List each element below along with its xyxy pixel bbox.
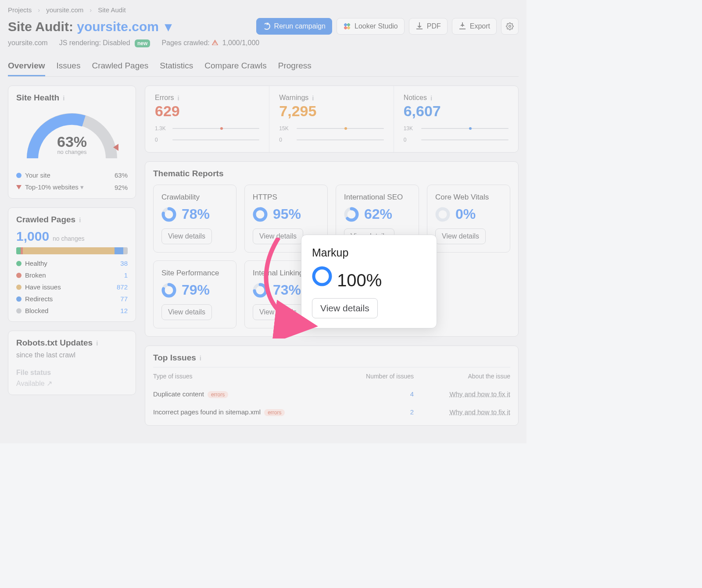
- popout-value: 100%: [337, 271, 382, 290]
- view-details-button[interactable]: View details: [312, 298, 378, 318]
- issue-count[interactable]: 2: [326, 408, 414, 416]
- svg-point-9: [437, 209, 448, 220]
- table-row[interactable]: Incorrect pages found in sitemap.xmlerro…: [153, 403, 510, 421]
- notices-value: 6,607: [404, 103, 509, 120]
- sparkline: [421, 128, 509, 129]
- list-item[interactable]: Blocked12: [16, 307, 128, 314]
- progress-ring-icon: [161, 207, 176, 222]
- tab-compare-crawls[interactable]: Compare Crawls: [204, 57, 266, 76]
- popout-title: Markup: [312, 246, 426, 259]
- list-item[interactable]: Broken1: [16, 271, 128, 279]
- top10-expand[interactable]: Top-10% websites▾ 92%: [16, 183, 128, 191]
- svg-rect-2: [215, 44, 215, 44]
- why-link[interactable]: Why and how to fix it: [414, 390, 510, 398]
- view-details-button[interactable]: View details: [253, 304, 303, 320]
- card-title: Site Health: [16, 93, 59, 103]
- thematic-card-title: Site Performance: [161, 269, 228, 278]
- js-rendering-status: JS rendering: Disabled new: [59, 39, 150, 47]
- stats-card: Errorsi 629 1.3K 0 Warningsi 7,295 15K 0: [145, 86, 519, 153]
- benchmark-marker-icon: [113, 144, 118, 151]
- top-issues-card: Top Issuesi Type of issues Number of iss…: [145, 346, 519, 426]
- issue-count[interactable]: 4: [326, 390, 414, 398]
- thematic-card-title: International SEO: [344, 193, 411, 202]
- legend-dot-icon: [16, 273, 21, 278]
- domain-label: yoursite.com: [8, 39, 48, 47]
- info-icon[interactable]: i: [312, 94, 314, 102]
- download-icon: [415, 22, 423, 30]
- info-icon[interactable]: i: [200, 354, 201, 362]
- chevron-down-icon: ▾: [165, 19, 172, 34]
- robots-card: Robots.txt Updates i since the last craw…: [8, 331, 136, 395]
- warnings-value: 7,295: [279, 103, 383, 120]
- progress-ring-icon: [435, 207, 450, 222]
- breadcrumb-item[interactable]: Site Audit: [98, 6, 125, 14]
- table-row[interactable]: Duplicate contenterrors4Why and how to f…: [153, 385, 510, 403]
- view-details-button[interactable]: View details: [161, 304, 212, 320]
- breadcrumb-item[interactable]: yoursite.com: [46, 6, 83, 14]
- crawled-pages-card: Crawled Pages i 1,000 no changes Healthy…: [8, 207, 136, 322]
- card-title: Thematic Reports: [153, 169, 223, 178]
- settings-button[interactable]: [501, 18, 519, 35]
- markup-popout-card: Markup 100% View details: [301, 235, 437, 328]
- svg-rect-1: [215, 42, 215, 43]
- no-changes-label: no changes: [24, 149, 120, 155]
- legend-dot-icon: [16, 173, 21, 178]
- info-icon[interactable]: i: [63, 94, 64, 102]
- sparkline: [172, 128, 259, 129]
- rerun-campaign-button[interactable]: Rerun campaign: [256, 18, 332, 35]
- breadcrumb: Projects › yoursite.com › Site Audit: [8, 6, 519, 14]
- domain-switcher[interactable]: yoursite.com ▾: [77, 19, 172, 34]
- progress-ring-icon: [344, 207, 359, 222]
- tab-statistics[interactable]: Statistics: [160, 57, 193, 76]
- progress-ring-icon: [312, 271, 332, 290]
- site-health-value: 63%: [24, 133, 120, 150]
- svg-point-0: [509, 25, 511, 28]
- view-details-button[interactable]: View details: [161, 228, 212, 244]
- info-icon[interactable]: i: [430, 94, 432, 102]
- view-details-button[interactable]: View details: [435, 228, 486, 244]
- list-item[interactable]: Healthy38: [16, 260, 128, 267]
- thematic-card-value: 73%: [273, 282, 301, 298]
- breadcrumb-item[interactable]: Projects: [8, 6, 32, 14]
- looker-studio-button[interactable]: Looker Studio: [337, 18, 405, 35]
- progress-ring-icon: [253, 207, 268, 222]
- tab-issues[interactable]: Issues: [57, 57, 81, 76]
- card-title: Crawled Pages: [16, 215, 75, 225]
- export-button[interactable]: Export: [452, 18, 497, 35]
- card-title: Top Issues: [153, 353, 196, 363]
- new-badge: new: [135, 39, 150, 47]
- tabs: Overview Issues Crawled Pages Statistics…: [8, 57, 519, 77]
- info-icon[interactable]: i: [79, 216, 81, 224]
- external-link-icon: ↗: [47, 380, 52, 387]
- thematic-card-value: 79%: [182, 282, 210, 298]
- tab-overview[interactable]: Overview: [8, 57, 45, 76]
- file-status-value[interactable]: Available ↗: [16, 379, 128, 388]
- looker-studio-icon: [343, 22, 351, 30]
- thematic-card-value: 62%: [364, 206, 392, 222]
- legend-dot-icon: [16, 261, 21, 266]
- list-item[interactable]: Redirects77: [16, 295, 128, 303]
- pages-crawled: Pages crawled: 1,000/1,000: [161, 39, 259, 47]
- progress-ring-icon: [161, 283, 176, 298]
- thematic-card-value: 95%: [273, 206, 301, 222]
- svg-point-6: [254, 209, 266, 220]
- progress-ring-icon: [253, 283, 268, 298]
- sparkline: [297, 128, 383, 129]
- chevron-right-icon: ›: [90, 6, 92, 14]
- view-details-button[interactable]: View details: [253, 228, 303, 244]
- thematic-card-value: 78%: [182, 206, 210, 222]
- legend-dot-icon: [16, 308, 21, 314]
- tab-progress[interactable]: Progress: [278, 57, 312, 76]
- error-tag: errors: [264, 409, 285, 416]
- pdf-button[interactable]: PDF: [409, 18, 448, 35]
- upload-icon: [458, 22, 466, 30]
- tab-crawled-pages[interactable]: Crawled Pages: [92, 57, 148, 76]
- info-icon[interactable]: i: [178, 94, 179, 102]
- legend-dot-icon: [16, 296, 21, 302]
- chevron-right-icon: ›: [38, 6, 40, 14]
- site-health-gauge: 63% no changes: [24, 108, 120, 167]
- info-icon[interactable]: i: [96, 339, 98, 347]
- why-link[interactable]: Why and how to fix it: [414, 408, 510, 416]
- thematic-card: Site Performance79%View details: [153, 260, 236, 328]
- list-item[interactable]: Have issues872: [16, 283, 128, 291]
